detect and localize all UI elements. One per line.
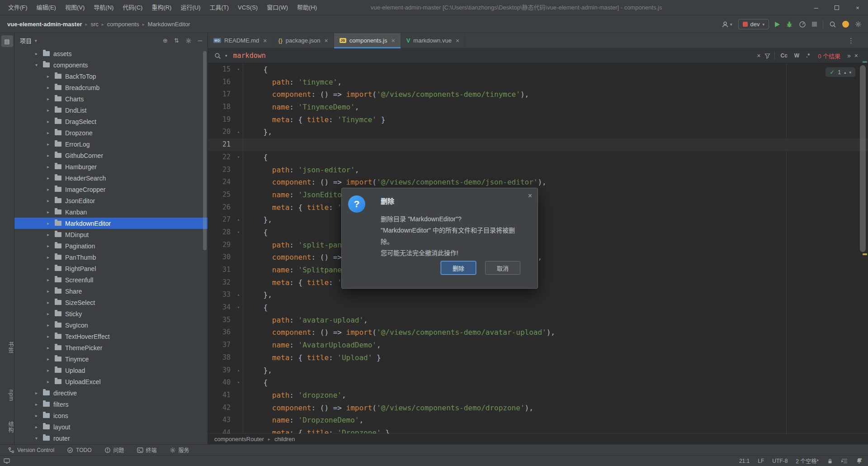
run-button[interactable] — [775, 22, 780, 27]
menu-item[interactable]: 重构(R) — [147, 0, 176, 15]
tree-item[interactable]: ▸assets — [14, 48, 208, 59]
code-line[interactable]: 42 component: () => import('@/views/comp… — [208, 402, 868, 414]
chevron-right-icon[interactable]: ▸ — [47, 345, 55, 350]
tree-item[interactable]: ▾components — [14, 59, 208, 71]
chevron-right-icon[interactable]: ▸ — [47, 266, 55, 271]
tree-item[interactable]: ▸Sticky — [14, 308, 208, 319]
tool-strip-button[interactable]: 书签 — [0, 342, 14, 353]
tree-item[interactable]: ▸PanThumb — [14, 252, 208, 263]
chevron-right-icon[interactable]: ▸ — [47, 221, 55, 226]
code-editor[interactable]: 15▾ {16 path: 'tinymce',17 component: ()… — [208, 63, 868, 433]
tool-window-button[interactable]: 问题 — [104, 446, 124, 454]
chevron-right-icon[interactable]: ▸ — [35, 424, 43, 429]
tree-item[interactable]: ▸layout — [14, 421, 208, 433]
tree-item[interactable]: ▸Upload — [14, 365, 208, 376]
menu-item[interactable]: 视图(V) — [61, 0, 89, 15]
tree-item[interactable]: ▸ErrorLog — [14, 138, 208, 150]
close-button[interactable]: × — [847, 0, 868, 15]
tree-item[interactable]: ▸Charts — [14, 93, 208, 105]
chevron-right-icon[interactable]: ▸ — [47, 277, 55, 282]
tree-item[interactable]: ▸Dropzone — [14, 127, 208, 138]
code-breadcrumb-item[interactable]: componentsRouter — [214, 436, 264, 442]
hide-panel-icon[interactable]: ─ — [198, 37, 202, 44]
tree-item[interactable]: ▸Hamburger — [14, 161, 208, 172]
code-line[interactable]: 37 name: 'AvatarUploadDemo', — [208, 339, 868, 352]
maximize-button[interactable] — [826, 0, 847, 15]
code-line[interactable]: 44 meta: { title: 'Dropzone' } — [208, 427, 868, 433]
breadcrumb-item[interactable]: vue-element-admin-master — [7, 21, 82, 28]
code-line[interactable]: 28▾ { — [208, 226, 868, 239]
tree-item[interactable]: ▸Kanban — [14, 206, 208, 218]
project-tool-button[interactable]: ▤ — [1, 35, 13, 47]
code-line[interactable]: 39▴ }, — [208, 364, 868, 377]
gear-icon[interactable] — [185, 38, 192, 44]
chevron-down-icon[interactable]: ▾ — [35, 38, 37, 43]
more-options-chevrons[interactable]: » — [847, 52, 850, 59]
tree-item[interactable]: ▸UploadExcel — [14, 376, 208, 387]
search-history-icon[interactable]: ▾ — [225, 53, 227, 58]
tree-item[interactable]: ▸DragSelect — [14, 116, 208, 127]
whole-words-toggle[interactable]: W — [793, 52, 801, 59]
code-line[interactable]: 17 component: () => import('@/views/comp… — [208, 88, 868, 101]
tree-item[interactable]: ▸HeaderSearch — [14, 172, 208, 184]
chevron-right-icon[interactable]: ▸ — [47, 368, 55, 373]
delete-button[interactable]: 删除 — [441, 261, 476, 275]
chevron-right-icon[interactable]: ▸ — [47, 96, 55, 101]
tree-item[interactable]: ▸MarkdownEditor — [14, 218, 208, 229]
tab-options-kebab-icon[interactable]: ⋮ — [848, 37, 868, 45]
chevron-right-icon[interactable]: ▸ — [35, 390, 43, 395]
minimize-button[interactable]: ─ — [806, 0, 826, 15]
notification-badge-icon[interactable] — [842, 21, 849, 28]
chevron-right-icon[interactable]: ▸ — [47, 74, 55, 79]
chevron-right-icon[interactable]: ▸ — [35, 51, 43, 56]
settings-gear-icon[interactable] — [855, 21, 862, 28]
chevron-right-icon[interactable]: ▸ — [47, 379, 55, 384]
tree-item[interactable]: ▸directive — [14, 387, 208, 399]
code-breadcrumb-item[interactable]: children — [274, 436, 295, 442]
chevron-right-icon[interactable]: ▸ — [47, 300, 55, 305]
code-line[interactable]: 24 component: () => import('@/views/comp… — [208, 176, 868, 189]
tree-item[interactable]: ▸ThemePicker — [14, 342, 208, 353]
status-item[interactable]: LF — [758, 458, 764, 464]
tab-close-icon[interactable]: × — [456, 37, 459, 44]
chevron-down-icon[interactable]: ▾ — [35, 62, 43, 67]
code-line[interactable]: 20▴ }, — [208, 126, 868, 138]
notifications-bell-icon[interactable] — [856, 457, 863, 464]
chevron-right-icon[interactable]: ▸ — [47, 130, 55, 135]
project-scrollbar[interactable] — [203, 51, 207, 250]
prev-issue-icon[interactable]: ▴ — [844, 70, 846, 75]
chevron-right-icon[interactable]: ▸ — [47, 153, 55, 158]
menu-item[interactable]: 窗口(W) — [262, 0, 292, 15]
chevron-right-icon[interactable]: ▸ — [47, 119, 55, 124]
chevron-right-icon[interactable]: ▸ — [47, 357, 55, 361]
chevron-right-icon[interactable]: ▸ — [35, 413, 43, 418]
chevron-right-icon[interactable]: ▸ — [47, 85, 55, 90]
clear-search-icon[interactable]: × — [757, 52, 760, 59]
lock-icon[interactable] — [827, 458, 833, 464]
tree-item[interactable]: ▸MDinput — [14, 229, 208, 240]
tree-item[interactable]: ▸ImageCropper — [14, 184, 208, 195]
tab-close-icon[interactable]: × — [263, 37, 267, 44]
tool-window-button[interactable]: Version Control — [8, 447, 54, 453]
tree-item[interactable]: ▸Screenfull — [14, 274, 208, 285]
next-issue-icon[interactable]: ▾ — [849, 70, 851, 75]
chevron-right-icon[interactable]: ▸ — [47, 243, 55, 248]
breadcrumb-item[interactable]: components — [107, 21, 139, 28]
code-line[interactable]: 26 meta: { title: 'JsonEditor' } — [208, 201, 868, 214]
code-line[interactable]: 31 name: 'SplitpaneDemo', — [208, 264, 868, 276]
code-line[interactable]: 35 path: 'avatar-upload', — [208, 314, 868, 327]
code-line[interactable]: 22▾ { — [208, 151, 868, 164]
expand-collapse-icon[interactable]: ⇅ — [174, 37, 179, 44]
users-dropdown[interactable]: ▾ — [722, 21, 732, 28]
code-line[interactable]: 36 component: () => import('@/views/comp… — [208, 326, 868, 339]
tree-item[interactable]: ▸Share — [14, 285, 208, 297]
chevron-right-icon[interactable]: ▸ — [47, 232, 55, 237]
cancel-button[interactable]: 取消 — [485, 261, 520, 275]
status-item[interactable]: UTF-8 — [772, 458, 788, 464]
menu-item[interactable]: 工具(T) — [205, 0, 233, 15]
tree-item[interactable]: ▸BackToTop — [14, 71, 208, 82]
menu-item[interactable]: 导航(N) — [89, 0, 118, 15]
tree-item[interactable]: ▸DndList — [14, 105, 208, 116]
chevron-right-icon[interactable]: ▸ — [47, 323, 55, 328]
tree-item[interactable]: ▸icons — [14, 410, 208, 421]
